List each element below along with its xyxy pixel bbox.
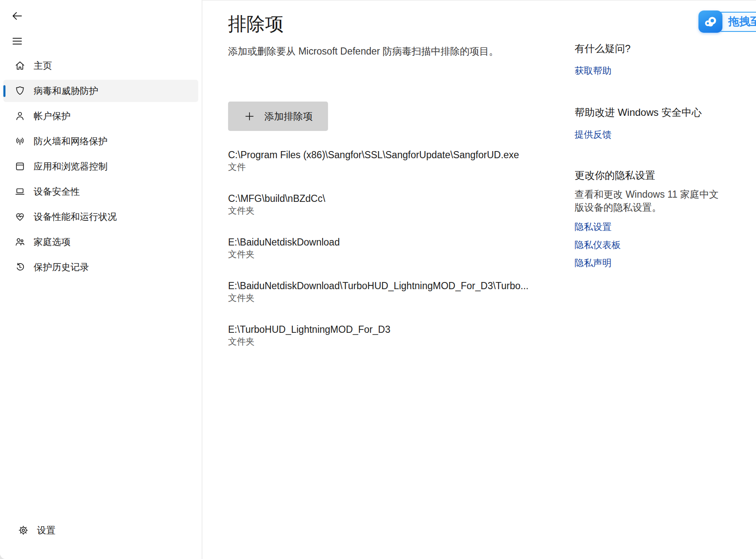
baidu-netdisk-cloud-icon — [698, 10, 722, 33]
exclusion-path: E:\BaiduNetdiskDownload — [228, 236, 539, 248]
settings-container: 设置 — [3, 519, 197, 544]
gear-icon — [17, 524, 29, 537]
home-icon — [13, 60, 26, 72]
add-exclusion-label: 添加排除项 — [265, 110, 313, 123]
exclusion-type: 文件夹 — [228, 292, 539, 303]
sidebar-item-label: 家庭选项 — [34, 236, 71, 248]
get-help-link[interactable]: 获取帮助 — [575, 65, 612, 77]
sidebar-item-label: 主页 — [34, 60, 52, 72]
netdisk-drag-overlay[interactable]: 拖拽至 — [698, 10, 756, 33]
feedback-link[interactable]: 提供反馈 — [575, 128, 612, 141]
person-icon — [13, 110, 26, 123]
exclusion-path: E:\BaiduNetdiskDownload\TurboHUD_Lightni… — [228, 280, 539, 292]
exclusion-type: 文件夹 — [228, 336, 539, 347]
sidebar-item-protection-history[interactable]: 保护历史记录 — [3, 256, 198, 278]
sidebar-item-settings[interactable]: 设置 — [7, 519, 194, 541]
menu-button[interactable] — [9, 33, 26, 50]
exclusion-list: C:\Program Files (x86)\Sangfor\SSL\Sangf… — [228, 149, 539, 367]
netdisk-drag-pill: 拖拽至 — [717, 12, 756, 32]
exclusion-type: 文件夹 — [228, 205, 539, 216]
sidebar-item-label: 设备性能和运行状况 — [34, 211, 117, 223]
privacy-dashboard-link[interactable]: 隐私仪表板 — [575, 239, 621, 251]
question-heading: 有什么疑问? — [575, 42, 630, 55]
sidebar-item-family-options[interactable]: 家庭选项 — [3, 231, 198, 253]
sidebar-item-firewall-network[interactable]: 防火墙和网络保护 — [3, 130, 198, 152]
exclusion-path: C:\MFG\build\nBZdCc\ — [228, 192, 539, 205]
app-window-icon — [13, 160, 26, 173]
exclusion-type: 文件 — [228, 161, 539, 172]
privacy-settings-link[interactable]: 隐私设置 — [575, 221, 612, 233]
privacy-statement-link[interactable]: 隐私声明 — [575, 257, 612, 269]
sidebar-item-label: 保护历史记录 — [34, 261, 89, 274]
exclusion-path: C:\Program Files (x86)\Sangfor\SSL\Sangf… — [228, 149, 539, 161]
exclusion-type: 文件夹 — [228, 248, 539, 260]
privacy-heading: 更改你的隐私设置 — [575, 169, 655, 182]
sidebar-item-label: 帐户保护 — [34, 110, 71, 123]
heart-pulse-icon — [13, 211, 26, 223]
family-people-icon — [13, 236, 26, 248]
shield-icon — [13, 85, 26, 97]
sidebar-item-label: 防火墙和网络保护 — [34, 135, 108, 148]
back-arrow-icon — [11, 10, 24, 22]
selected-accent-bar — [3, 85, 5, 97]
sidebar-item-device-security[interactable]: 设备安全性 — [3, 180, 198, 203]
hamburger-menu-icon — [11, 35, 24, 47]
sidebar-item-label: 应用和浏览器控制 — [34, 160, 108, 173]
sidebar-item-device-performance[interactable]: 设备性能和运行状况 — [3, 206, 198, 228]
exclusion-item[interactable]: C:\MFG\build\nBZdCc\ 文件夹 — [228, 192, 539, 216]
page-title: 排除项 — [228, 12, 284, 37]
windows-security-window: 主页 病毒和威胁防护 帐户保护 防火墙和 — [0, 0, 756, 559]
page-subtitle: 添加或删除要从 Microsoft Defender 防病毒扫描中排除的项目。 — [228, 45, 499, 58]
sidebar-item-label: 设置 — [37, 524, 55, 537]
add-exclusion-button[interactable]: 添加排除项 — [228, 102, 328, 131]
privacy-description: 查看和更改 Windows 11 家庭中文版设备的隐私设置。 — [575, 188, 726, 214]
sidebar-item-label: 设备安全性 — [34, 185, 80, 198]
plus-icon — [244, 110, 255, 122]
sidebar-item-label: 病毒和威胁防护 — [34, 85, 98, 97]
laptop-icon — [13, 185, 26, 198]
sidebar-item-app-browser-control[interactable]: 应用和浏览器控制 — [3, 155, 198, 178]
exclusion-path: E:\TurboHUD_LightningMOD_For_D3 — [228, 323, 539, 336]
netdisk-drag-label: 拖拽至 — [728, 14, 756, 29]
sidebar-item-account-protection[interactable]: 帐户保护 — [3, 105, 198, 127]
sidebar: 主页 病毒和威胁防护 帐户保护 防火墙和 — [0, 0, 202, 559]
network-antenna-icon — [13, 135, 26, 148]
back-button[interactable] — [9, 8, 26, 24]
sidebar-nav: 主页 病毒和威胁防护 帐户保护 防火墙和 — [0, 55, 201, 281]
exclusion-item[interactable]: C:\Program Files (x86)\Sangfor\SSL\Sangf… — [228, 149, 539, 172]
exclusion-item[interactable]: E:\TurboHUD_LightningMOD_For_D3 文件夹 — [228, 323, 539, 347]
improve-heading: 帮助改进 Windows 安全中心 — [575, 106, 702, 119]
history-clock-icon — [13, 261, 26, 274]
exclusion-item[interactable]: E:\BaiduNetdiskDownload 文件夹 — [228, 236, 539, 260]
exclusion-item[interactable]: E:\BaiduNetdiskDownload\TurboHUD_Lightni… — [228, 280, 539, 303]
sidebar-item-home[interactable]: 主页 — [3, 55, 198, 77]
exclusions-page: 排除项 添加或删除要从 Microsoft Defender 防病毒扫描中排除的… — [202, 0, 756, 559]
sidebar-item-virus-threat-protection[interactable]: 病毒和威胁防护 — [3, 80, 198, 102]
